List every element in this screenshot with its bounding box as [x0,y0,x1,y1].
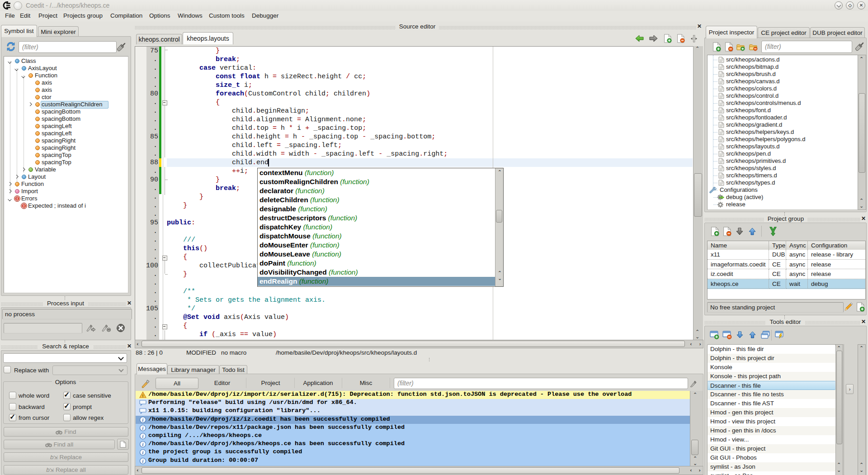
svg-text:i: i [142,459,144,464]
svg-text:!: ! [142,394,144,399]
svg-text:i: i [142,434,144,439]
svg-text:i: i [142,418,144,423]
svg-text:i: i [142,426,144,431]
svg-text:i: i [142,450,144,455]
svg-text:i: i [142,442,144,447]
